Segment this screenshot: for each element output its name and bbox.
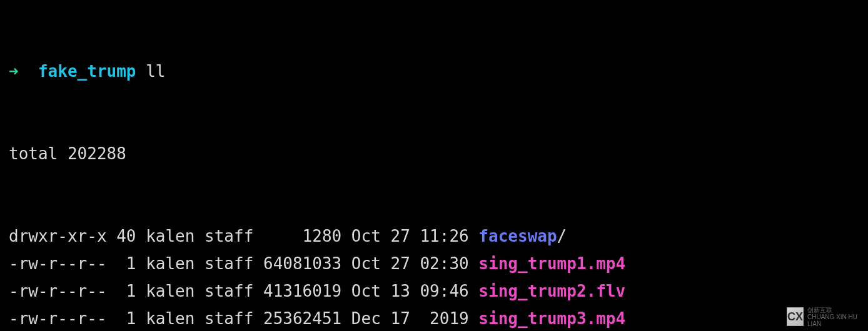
watermark-line1: 创新互联 <box>807 307 862 314</box>
watermark-line2: CHUANG XIN HU LIAN <box>807 314 862 327</box>
prompt-command: ll <box>146 62 165 81</box>
file-meta: -rw-r--r-- 1 kalen staff 64081033 Oct 27… <box>9 254 478 273</box>
prompt-arrow-icon: ➜ <box>9 62 19 81</box>
file-listing: drwxr-xr-x 40 kalen staff 1280 Oct 27 11… <box>9 222 859 331</box>
dir-suffix: / <box>557 227 567 245</box>
list-item: -rw-r--r-- 1 kalen staff 25362451 Dec 17… <box>9 305 859 331</box>
file-name: sing_trump3.mp4 <box>478 309 625 328</box>
directory-name: faceswap <box>478 227 557 245</box>
list-item: -rw-r--r-- 1 kalen staff 41316019 Oct 13… <box>9 277 859 305</box>
file-name: sing_trump2.flv <box>478 282 625 300</box>
file-meta: drwxr-xr-x 40 kalen staff 1280 Oct 27 11… <box>9 227 478 245</box>
list-item: drwxr-xr-x 40 kalen staff 1280 Oct 27 11… <box>9 222 859 250</box>
terminal-output[interactable]: ➜ fake_trump ll total 202288 drwxr-xr-x … <box>0 0 868 331</box>
prompt-line-1: ➜ fake_trump ll <box>9 57 859 85</box>
file-meta: -rw-r--r-- 1 kalen staff 41316019 Oct 13… <box>9 282 478 300</box>
file-meta: -rw-r--r-- 1 kalen staff 25362451 Dec 17… <box>9 309 478 328</box>
watermark-text: 创新互联 CHUANG XIN HU LIAN <box>807 307 862 327</box>
watermark: CX 创新互联 CHUANG XIN HU LIAN <box>787 307 862 326</box>
total-line: total 202288 <box>9 140 859 167</box>
list-item: -rw-r--r-- 1 kalen staff 64081033 Oct 27… <box>9 250 859 277</box>
file-name: sing_trump1.mp4 <box>478 254 625 273</box>
prompt-cwd: fake_trump <box>38 62 136 81</box>
watermark-logo-icon: CX <box>787 307 804 326</box>
